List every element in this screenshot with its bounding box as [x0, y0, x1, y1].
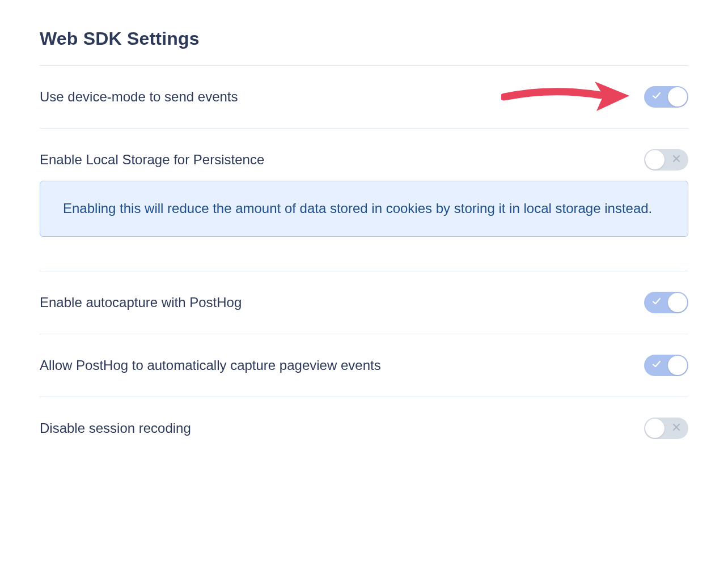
device-mode-toggle[interactable]: [644, 86, 688, 108]
setting-autocapture-label: Enable autocapture with PostHog: [40, 295, 242, 310]
toggle-knob: [668, 293, 687, 312]
page-title: Web SDK Settings: [40, 28, 688, 49]
setting-pageview: Allow PostHog to automatically capture p…: [40, 334, 688, 397]
check-icon: [652, 360, 661, 371]
setting-session-recording: Disable session recoding: [40, 397, 688, 459]
autocapture-toggle[interactable]: [644, 292, 688, 313]
toggle-knob: [668, 87, 687, 107]
setting-session-recording-label: Disable session recoding: [40, 420, 191, 436]
local-storage-toggle[interactable]: [644, 149, 688, 171]
local-storage-info-wrapper: Enabling this will reduce the amount of …: [40, 181, 688, 271]
setting-pageview-label: Allow PostHog to automatically capture p…: [40, 357, 381, 373]
x-icon: [672, 155, 680, 165]
setting-device-mode: Use device-mode to send events: [40, 66, 688, 129]
setting-local-storage: Enable Local Storage for Persistence: [40, 129, 688, 184]
pageview-toggle[interactable]: [644, 355, 688, 376]
highlight-arrow-icon: [501, 77, 632, 117]
setting-device-mode-label: Use device-mode to send events: [40, 89, 238, 105]
check-icon: [652, 91, 661, 103]
settings-list: Use device-mode to send events Enable Lo…: [40, 66, 688, 459]
local-storage-info-text: Enabling this will reduce the amount of …: [63, 197, 665, 220]
toggle-knob: [668, 356, 687, 375]
setting-local-storage-label: Enable Local Storage for Persistence: [40, 152, 264, 168]
toggle-knob: [645, 419, 664, 438]
check-icon: [652, 297, 661, 308]
session-recording-toggle[interactable]: [644, 418, 688, 439]
x-icon: [672, 423, 680, 433]
toggle-knob: [645, 150, 664, 169]
local-storage-info-box: Enabling this will reduce the amount of …: [40, 181, 688, 237]
setting-autocapture: Enable autocapture with PostHog: [40, 271, 688, 334]
